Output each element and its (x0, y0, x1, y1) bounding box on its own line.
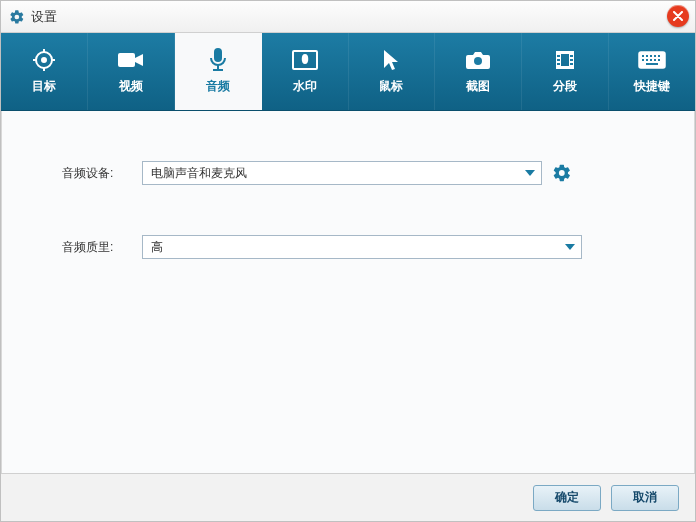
select-value: 电脑声音和麦克风 (151, 165, 247, 182)
tab-label: 分段 (553, 78, 577, 95)
svg-rect-19 (570, 55, 573, 57)
svg-rect-28 (642, 59, 644, 61)
camera-icon (464, 48, 492, 72)
svg-rect-20 (570, 59, 573, 61)
svg-rect-16 (557, 55, 560, 57)
tab-label: 目标 (32, 78, 56, 95)
svg-rect-15 (556, 66, 574, 69)
audio-device-label: 音频设备: (62, 165, 142, 182)
svg-rect-7 (214, 48, 222, 62)
tab-label: 鼠标 (379, 78, 403, 95)
target-icon (30, 48, 58, 72)
svg-rect-21 (570, 63, 573, 65)
chevron-down-icon (525, 170, 535, 176)
tab-mouse[interactable]: 鼠标 (349, 33, 436, 110)
close-button[interactable] (667, 5, 689, 27)
tab-label: 截图 (466, 78, 490, 95)
svg-rect-18 (557, 63, 560, 65)
tab-video[interactable]: 视频 (88, 33, 175, 110)
button-label: 取消 (633, 489, 657, 506)
tab-watermark[interactable]: 水印 (262, 33, 349, 110)
audio-device-select[interactable]: 电脑声音和麦克风 (142, 161, 542, 185)
svg-point-1 (42, 58, 46, 62)
svg-rect-26 (654, 55, 656, 57)
cancel-button[interactable]: 取消 (611, 485, 679, 511)
tab-segment[interactable]: 分段 (522, 33, 609, 110)
svg-rect-30 (650, 59, 652, 61)
ok-button[interactable]: 确定 (533, 485, 601, 511)
audio-device-settings-button[interactable] (552, 163, 572, 183)
svg-rect-23 (642, 55, 644, 57)
audio-quality-select[interactable]: 高 (142, 235, 582, 259)
tab-label: 音频 (206, 78, 230, 95)
select-value: 高 (151, 239, 163, 256)
cursor-icon (377, 48, 405, 72)
audio-device-row: 音频设备: 电脑声音和麦克风 (62, 161, 654, 185)
watermark-icon (291, 48, 319, 72)
svg-rect-14 (556, 51, 574, 54)
audio-quality-label: 音频质里: (62, 239, 142, 256)
keyboard-icon (638, 48, 666, 72)
svg-rect-25 (650, 55, 652, 57)
svg-rect-17 (557, 59, 560, 61)
video-icon (117, 48, 145, 72)
film-icon (551, 48, 579, 72)
tab-bar: 目标 视频 音频 水印 鼠标 (1, 33, 695, 111)
svg-rect-31 (654, 59, 656, 61)
tab-audio[interactable]: 音频 (175, 33, 262, 110)
svg-rect-24 (646, 55, 648, 57)
svg-rect-33 (646, 63, 658, 65)
tab-label: 快捷键 (634, 78, 670, 95)
chevron-down-icon (565, 244, 575, 250)
content-panel: 音频设备: 电脑声音和麦克风 音频质里: 高 (1, 111, 695, 473)
settings-window: 设置 目标 视频 音频 水印 (0, 0, 696, 522)
svg-rect-27 (658, 55, 660, 57)
svg-rect-6 (118, 53, 135, 67)
microphone-icon (204, 48, 232, 72)
titlebar: 设置 (1, 1, 695, 33)
audio-quality-row: 音频质里: 高 (62, 235, 654, 259)
tab-label: 水印 (293, 78, 317, 95)
tab-screenshot[interactable]: 截图 (435, 33, 522, 110)
svg-point-11 (474, 57, 482, 65)
tab-hotkey[interactable]: 快捷键 (609, 33, 695, 110)
svg-rect-29 (646, 59, 648, 61)
tab-target[interactable]: 目标 (1, 33, 88, 110)
window-title: 设置 (31, 8, 57, 26)
tab-label: 视频 (119, 78, 143, 95)
gear-icon (9, 9, 25, 25)
svg-rect-32 (658, 59, 660, 61)
button-label: 确定 (555, 489, 579, 506)
footer: 确定 取消 (1, 473, 695, 521)
